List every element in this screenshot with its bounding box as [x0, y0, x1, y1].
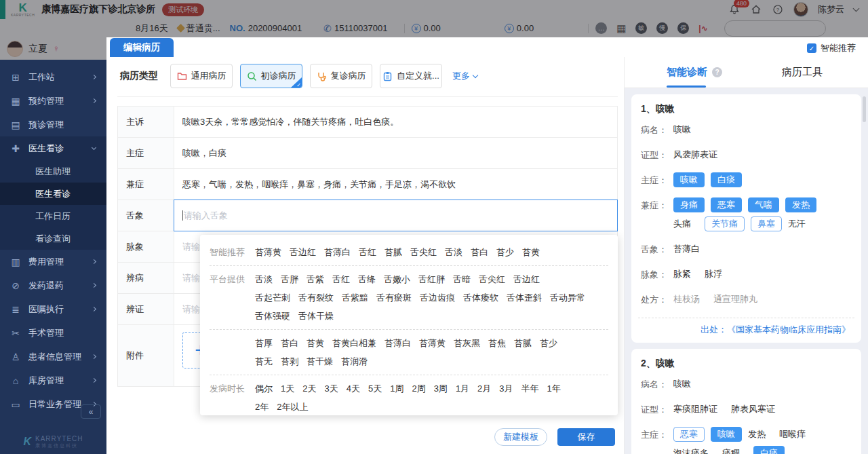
symptom-tag[interactable]: 咽喉痒	[779, 427, 806, 442]
tongue-option[interactable]: 舌动异常	[550, 288, 585, 307]
tab-record-tools[interactable]: 病历工具	[782, 66, 823, 79]
duration-option[interactable]: 2周	[412, 379, 425, 398]
symptom-tag[interactable]: 恶寒	[673, 427, 705, 442]
tongue-option[interactable]: 舌绛	[358, 270, 376, 288]
coating-option[interactable]: 苔少	[540, 334, 557, 352]
sidebar-item-appointment[interactable]: ▦预约管理	[0, 89, 106, 113]
duration-option[interactable]: 4天	[347, 379, 360, 398]
tongue-option[interactable]: 舌有瘀斑	[376, 288, 412, 307]
sidebar-item-pharmacy[interactable]: ⊘发药退药	[0, 273, 106, 297]
coating-option[interactable]: 苔剥	[281, 352, 298, 371]
source-reference[interactable]: 出处：《国家基本药物临床应用指南》	[641, 324, 852, 336]
symptom-tag[interactable]: 身痛	[673, 197, 705, 212]
tongue-option[interactable]: 舌红	[332, 270, 350, 288]
sidebar-item-patient-info[interactable]: ♙患者信息管理	[0, 345, 106, 368]
symptom-tag[interactable]: 关节痛	[705, 216, 745, 231]
tongue-option[interactable]: 舌尖红	[410, 243, 437, 261]
type-first-visit-button[interactable]: 初诊病历	[240, 64, 302, 88]
scrollbar-thumb[interactable]	[863, 96, 866, 122]
vitals-chart-icon[interactable]: |∿	[698, 24, 707, 33]
symptom-tag[interactable]: 恶寒	[711, 197, 742, 212]
help-icon[interactable]: ?	[712, 67, 722, 77]
coating-option[interactable]: 苔焦	[488, 334, 506, 352]
sidebar-item-doctor-visit[interactable]: ✚医生看诊	[0, 136, 106, 160]
coating-option[interactable]: 苔黄	[307, 334, 324, 352]
tongue-value[interactable]: 苔薄白	[673, 242, 700, 257]
duration-option[interactable]: 3周	[434, 379, 448, 398]
sidebar-item-surgery[interactable]: ✂手术管理	[0, 321, 106, 345]
tongue-option[interactable]: 苔少	[496, 243, 514, 261]
coating-option[interactable]: 苔腻	[514, 334, 532, 352]
symptom-tag[interactable]: 咳嗽	[673, 172, 705, 187]
tongue-option[interactable]: 舌边齿痕	[420, 288, 455, 307]
symptom-tag[interactable]: 气喘	[748, 197, 779, 212]
symptom-tag[interactable]: 无汗	[788, 216, 806, 231]
coating-option[interactable]: 苔厚	[255, 334, 273, 352]
user-name[interactable]: 陈梦云	[818, 3, 844, 16]
prescription-value[interactable]: 通宣理肺丸	[713, 292, 757, 307]
duration-option[interactable]: 2年以上	[277, 398, 308, 415]
smart-recommend-checkbox[interactable]: ✓ 智能推荐	[807, 42, 856, 54]
sidebar-item-work-calendar[interactable]: 工作日历	[0, 205, 106, 227]
coating-option[interactable]: 苔薄白	[384, 334, 411, 352]
duration-option[interactable]: 1天	[281, 379, 294, 398]
symptom-tag[interactable]: 头痛	[673, 216, 691, 231]
pulse-value[interactable]: 脉浮	[705, 267, 722, 282]
type-general-button[interactable]: 通用病历	[170, 64, 233, 88]
coating-option[interactable]: 苔干燥	[307, 352, 333, 371]
tongue-option[interactable]: 苔薄白	[324, 243, 351, 261]
tongue-option[interactable]: 舌嫩小	[384, 270, 410, 288]
coating-option[interactable]: 苔黄白相兼	[332, 334, 376, 352]
duration-option[interactable]: 2年	[255, 398, 269, 415]
syndrome-value[interactable]: 寒痰阻肺证	[673, 402, 717, 417]
tongue-option[interactable]: 舌边红	[513, 270, 540, 288]
type-custom-button[interactable]: 自定义就...	[380, 64, 442, 88]
coating-option[interactable]: 苔无	[255, 352, 273, 371]
current-patient[interactable]: 立夏 ♀	[0, 37, 106, 60]
coating-option[interactable]: 苔润滑	[341, 352, 368, 371]
symptom-tag[interactable]: 发热	[748, 427, 766, 442]
duration-option[interactable]: 3月	[499, 379, 513, 398]
tab-smart-diagnosis[interactable]: 智能诊断 ?	[667, 66, 722, 79]
tongue-option[interactable]: 舌体歪斜	[507, 288, 542, 307]
duration-option[interactable]: 1年	[547, 379, 561, 398]
sidebar-item-doctor-assistant[interactable]: 医生助理	[0, 160, 106, 183]
duration-option[interactable]: 1周	[390, 379, 403, 398]
main-symptoms-value[interactable]: 咳嗽，白痰	[174, 138, 617, 168]
diagnosis-value[interactable]: 咳嗽	[673, 377, 691, 392]
help-icon[interactable]: ?	[772, 3, 784, 16]
coating-option[interactable]: 苔灰黑	[454, 334, 480, 352]
sidebar-item-orders[interactable]: ≣医嘱执行	[0, 297, 106, 321]
tongue-option[interactable]: 舌红胖	[418, 270, 445, 288]
syndrome-value[interactable]: 风袭肺表证	[673, 147, 717, 162]
chevron-down-icon[interactable]	[853, 5, 860, 12]
duration-option[interactable]: 2月	[477, 379, 491, 398]
type-return-visit-button[interactable]: 复诊病历	[310, 64, 372, 88]
symptom-tag[interactable]: 鼻塞	[751, 216, 782, 231]
tongue-option[interactable]: 苔薄黄	[255, 243, 281, 261]
sidebar-collapse-button[interactable]: «	[81, 404, 101, 419]
tongue-option[interactable]: 舌体痿软	[463, 288, 498, 307]
pulse-value[interactable]: 脉紧	[673, 267, 691, 282]
coating-option[interactable]: 苔薄黄	[419, 334, 446, 352]
prescription-value[interactable]: 桂枝汤	[673, 292, 700, 307]
tongue-option[interactable]: 舌尖红	[479, 270, 505, 288]
detail-list-button[interactable]: ▦	[616, 22, 626, 35]
tongue-option[interactable]: 舌紫	[307, 270, 324, 288]
tongue-option[interactable]: 舌体干燥	[298, 307, 334, 325]
tongue-option[interactable]: 苔白	[471, 243, 488, 261]
sidebar-item-doctor-visit-sub[interactable]: 医生看诊	[0, 183, 106, 205]
new-template-button[interactable]: 新建模板	[494, 428, 547, 446]
tongue-option[interactable]: 舌红	[359, 243, 376, 261]
tongue-option[interactable]: 舌暗	[453, 270, 471, 288]
tongue-option[interactable]: 舌胖	[281, 270, 298, 288]
diagnosis-value[interactable]: 咳嗽	[673, 122, 691, 137]
symptom-tag[interactable]: 发热	[785, 197, 816, 212]
concurrent-symptoms-value[interactable]: 恶寒，气喘，发热，咽喉痒，鼻塞，身痛，关节痛，手足凉，渴不欲饮	[174, 169, 617, 200]
symptom-tag[interactable]: 咳嗽	[711, 427, 742, 442]
duration-option[interactable]: 1月	[456, 379, 469, 398]
tongue-input[interactable]: 请输入舌象	[174, 200, 618, 231]
duration-option[interactable]: 3天	[324, 379, 338, 398]
sidebar-item-workstation[interactable]: ⊞工作站	[0, 65, 106, 89]
home-icon[interactable]	[750, 3, 762, 16]
